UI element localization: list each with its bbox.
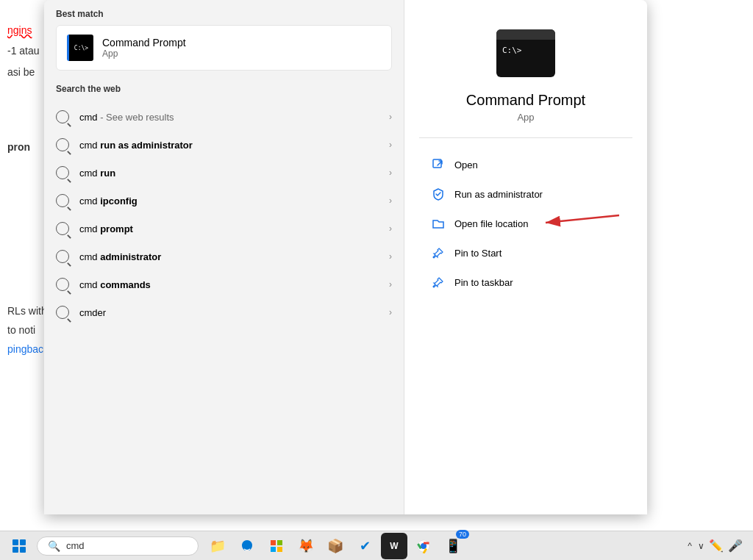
- search-web-section: Search the web: [44, 76, 404, 103]
- taskbar-file-explorer[interactable]: 📁: [204, 533, 231, 559]
- taskbar-chrome[interactable]: [410, 533, 437, 559]
- chevron-6: ›: [389, 279, 392, 290]
- search-result-6[interactable]: cmd commands ›: [44, 270, 404, 298]
- search-result-text-4: cmd prompt: [79, 223, 389, 234]
- chevron-1: ›: [389, 140, 392, 150]
- app-name-large: Command Prompt: [466, 92, 585, 109]
- taskbar-search-text: cmd: [66, 540, 85, 551]
- search-result-text-7: cmder: [79, 307, 389, 318]
- sys-tray: ^ ∨ ✏️ 🎤: [683, 539, 747, 553]
- svg-rect-6: [277, 547, 282, 552]
- search-icon-4: [56, 222, 69, 235]
- taskbar: 🔍 cmd 📁 🦊 📦 ✔ W 📱 70 ^ ∨ ✏️ 🎤: [0, 531, 753, 560]
- search-result-0[interactable]: cmd - See web results ›: [44, 103, 404, 131]
- search-web-label: Search the web: [56, 84, 392, 94]
- search-icon-7: [56, 306, 69, 319]
- windows-logo: [13, 539, 26, 553]
- taskbar-app-yellow[interactable]: 📦: [322, 533, 349, 559]
- action-file-location[interactable]: Open file location: [419, 209, 632, 238]
- chevron-5: ›: [389, 251, 392, 262]
- open-icon: [431, 157, 446, 172]
- search-icon-2: [56, 166, 69, 179]
- best-match-item[interactable]: Command Prompt App: [56, 25, 392, 71]
- svg-rect-5: [271, 547, 276, 552]
- action-pin-taskbar[interactable]: Pin to taskbar: [419, 268, 632, 297]
- best-match-section: Best match Command Prompt App: [44, 0, 404, 76]
- search-result-3[interactable]: cmd ipconfig ›: [44, 187, 404, 215]
- cmd-icon-small: [67, 35, 93, 61]
- search-result-text-6: cmd commands: [79, 279, 389, 290]
- taskbar-firefox[interactable]: 🦊: [293, 533, 319, 559]
- tray-mic[interactable]: 🎤: [728, 539, 743, 553]
- taskbar-right: ^ ∨ ✏️ 🎤: [683, 539, 747, 553]
- app-icon-large: [496, 29, 555, 77]
- taskbar-todo[interactable]: ✔: [351, 533, 378, 559]
- search-result-2[interactable]: cmd run ›: [44, 159, 404, 187]
- svg-rect-4: [277, 540, 282, 545]
- chevron-4: ›: [389, 223, 392, 234]
- action-list: Open Run as administrator: [419, 150, 632, 297]
- chevron-3: ›: [389, 195, 392, 206]
- right-panel: Command Prompt App Open: [404, 0, 647, 514]
- action-pin-taskbar-label: Pin to taskbar: [454, 277, 513, 288]
- action-pin-start-label: Pin to Start: [454, 248, 502, 259]
- search-icon-1: [56, 138, 69, 151]
- whatsapp-badge: 70: [456, 530, 469, 539]
- pin-start-icon: [431, 245, 446, 260]
- search-results-list: cmd - See web results › cmd run as admin…: [44, 103, 404, 326]
- action-pin-start[interactable]: Pin to Start: [419, 238, 632, 268]
- chevron-7: ›: [389, 307, 392, 317]
- divider: [419, 137, 632, 138]
- search-icon-6: [56, 278, 69, 291]
- taskbar-app-icons: 📁 🦊 📦 ✔ W 📱 70: [204, 533, 466, 559]
- search-icon-3: [56, 194, 69, 207]
- tray-chevron-down[interactable]: ∨: [698, 541, 704, 551]
- app-type-large: App: [517, 112, 534, 123]
- best-match-type: App: [102, 49, 186, 59]
- search-result-1[interactable]: cmd run as administrator ›: [44, 131, 404, 159]
- action-run-admin-label: Run as administrator: [454, 189, 543, 200]
- best-match-label: Best match: [56, 9, 392, 19]
- best-match-text: Command Prompt App: [102, 37, 186, 59]
- action-file-location-label: Open file location: [454, 218, 528, 229]
- taskbar-store[interactable]: [263, 533, 290, 559]
- search-result-5[interactable]: cmd administrator ›: [44, 243, 404, 270]
- search-result-4[interactable]: cmd prompt ›: [44, 215, 404, 243]
- action-run-admin[interactable]: Run as administrator: [419, 179, 632, 209]
- taskbar-edge[interactable]: [234, 533, 260, 559]
- taskbar-whatsapp[interactable]: 📱 70: [440, 533, 466, 559]
- pin-taskbar-icon: [431, 275, 446, 290]
- chevron-0: ›: [389, 112, 392, 122]
- action-open[interactable]: Open: [419, 150, 632, 179]
- shield-icon: [431, 187, 446, 201]
- svg-rect-3: [271, 540, 276, 545]
- search-result-text-1: cmd run as administrator: [79, 140, 389, 151]
- taskbar-search-bar[interactable]: 🔍 cmd: [37, 536, 199, 556]
- start-button[interactable]: [6, 533, 32, 559]
- search-result-text-2: cmd run: [79, 168, 389, 179]
- taskbar-app-blue[interactable]: W: [381, 533, 407, 559]
- search-result-text-5: cmd administrator: [79, 251, 389, 262]
- action-open-label: Open: [454, 159, 478, 170]
- best-match-name: Command Prompt: [102, 37, 186, 49]
- search-icon-0: [56, 110, 69, 123]
- search-icon-5: [56, 250, 69, 263]
- search-result-text-3: cmd ipconfig: [79, 195, 389, 207]
- folder-icon: [431, 216, 446, 231]
- tray-chevron[interactable]: ^: [688, 541, 692, 551]
- search-result-7[interactable]: cmder ›: [44, 298, 404, 326]
- left-panel: Best match Command Prompt App Search the…: [44, 0, 404, 514]
- tray-pencil[interactable]: ✏️: [709, 539, 724, 553]
- start-menu: Best match Command Prompt App Search the…: [44, 0, 647, 514]
- taskbar-search-icon: 🔍: [48, 540, 60, 552]
- search-result-text-0: cmd - See web results: [79, 112, 389, 123]
- chevron-2: ›: [389, 168, 392, 178]
